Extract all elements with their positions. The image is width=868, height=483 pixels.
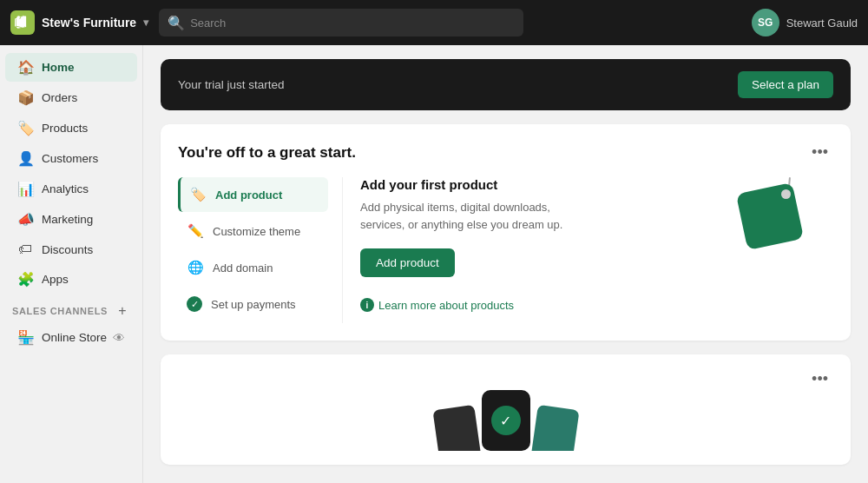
sidebar: 🏠 Home 📦 Orders 🏷️ Products 👤 Customers … [0,45,143,483]
sidebar-item-analytics[interactable]: 📊 Analytics [5,175,137,203]
sidebar-item-apps[interactable]: 🧩 Apps [5,265,137,294]
card-more-button[interactable]: ••• [806,142,833,163]
sidebar-label-orders: Orders [42,91,77,104]
trial-message: Your trial just started [178,78,285,91]
sidebar-label-home: Home [42,61,75,74]
card-dark-left [432,405,481,451]
sidebar-label-marketing: Marketing [42,213,93,226]
top-nav: Stew's Furniture ▾ 🔍 SG Stewart Gauld [0,0,868,45]
second-card-header: ••• [178,368,833,390]
eye-icon: 👁 [113,331,125,345]
step-domain-icon: 🌐 [187,260,204,275]
step-label-customize: Customize theme [213,225,300,238]
select-plan-button[interactable]: Select a plan [738,71,833,98]
sidebar-item-customers[interactable]: 👤 Customers [5,144,137,173]
trial-banner: Your trial just started Select a plan [161,59,851,110]
shopify-logo [10,10,35,35]
sidebar-label-analytics: Analytics [42,182,89,195]
brand-button[interactable]: Stew's Furniture ▾ [10,10,148,35]
main-layout: 🏠 Home 📦 Orders 🏷️ Products 👤 Customers … [0,45,868,483]
tag-body [736,182,804,250]
store-icon: 🏪 [17,329,33,346]
sidebar-label-discounts: Discounts [42,243,93,256]
product-info-desc: Add physical items, digital downloads, s… [360,199,586,233]
phone-check-icon: ✓ [491,406,521,435]
step-label-payments: Set up payments [211,298,296,311]
analytics-icon: 📊 [17,181,33,197]
sidebar-item-home[interactable]: 🏠 Home [5,53,137,82]
second-card-more-button[interactable]: ••• [806,368,833,390]
steps-product-layout: 🏷️ Add product ✏️ Customize theme 🌐 Add … [178,177,833,323]
product-illustration [729,177,816,255]
products-icon: 🏷️ [17,120,33,136]
sidebar-label-customers: Customers [42,152,98,165]
steps-panel: 🏷️ Add product ✏️ Customize theme 🌐 Add … [178,177,343,323]
discounts-icon: 🏷 [17,242,33,257]
step-label-add-product: Add product [215,189,282,202]
learn-more-link[interactable]: i Learn more about products [360,298,586,312]
step-label-domain: Add domain [213,261,273,275]
tag-hole [781,189,791,199]
product-info-text: Add your first product Add physical item… [360,177,586,312]
getting-started-card: You're off to a great start. ••• 🏷️ Add … [161,124,851,341]
topnav-right: SG Stewart Gauld [752,9,858,36]
learn-more-text: Learn more about products [378,299,514,312]
customers-icon: 👤 [17,150,33,167]
sidebar-item-online-store[interactable]: 🏪 Online Store 👁 [5,323,137,352]
sidebar-item-products[interactable]: 🏷️ Products [5,114,137,142]
step-customize-icon: ✏️ [187,223,204,239]
add-product-button[interactable]: Add product [360,248,455,277]
sidebar-item-orders[interactable]: 📦 Orders [5,83,137,112]
marketing-icon: 📣 [17,211,33,228]
card-title: You're off to a great start. [178,144,356,162]
step-check-icon: ✓ [187,296,202,312]
step-customize-theme[interactable]: ✏️ Customize theme [178,214,328,248]
sidebar-item-marketing[interactable]: 📣 Marketing [5,205,137,234]
sidebar-label-products: Products [42,122,88,135]
phone-center: ✓ [482,390,530,451]
sidebar-label-apps: Apps [42,273,69,286]
card-teal-right [530,405,579,451]
online-store-label: Online Store [42,331,107,344]
avatar-name: Stewart Gauld [786,17,858,30]
add-sales-channel-button[interactable]: + [115,303,130,319]
search-input[interactable] [190,17,515,30]
payment-illustration: ✓ [178,390,833,451]
tag-graphic [738,177,807,255]
search-bar[interactable]: 🔍 [159,9,523,36]
product-info-title: Add your first product [360,177,586,192]
info-icon: i [360,298,374,312]
step-tag-icon: 🏷️ [189,187,207,202]
orders-icon: 📦 [17,89,33,106]
step-add-product[interactable]: 🏷️ Add product [178,177,328,212]
step-add-domain[interactable]: 🌐 Add domain [178,250,328,285]
home-icon: 🏠 [17,59,33,76]
step-setup-payments[interactable]: ✓ Set up payments [178,287,328,321]
product-info-panel: Add your first product Add physical item… [343,177,833,323]
avatar[interactable]: SG [752,9,779,36]
main-content: Your trial just started Select a plan Yo… [143,45,868,483]
sales-channels-label: SALES CHANNELS + [0,294,142,322]
apps-icon: 🧩 [17,271,33,288]
sidebar-item-discounts[interactable]: 🏷 Discounts [5,235,137,263]
second-card: ••• ✓ [161,354,851,465]
card-header: You're off to a great start. ••• [178,142,833,163]
search-icon: 🔍 [168,15,185,31]
brand-chevron-icon: ▾ [143,17,148,29]
brand-name: Stew's Furniture [42,16,136,30]
